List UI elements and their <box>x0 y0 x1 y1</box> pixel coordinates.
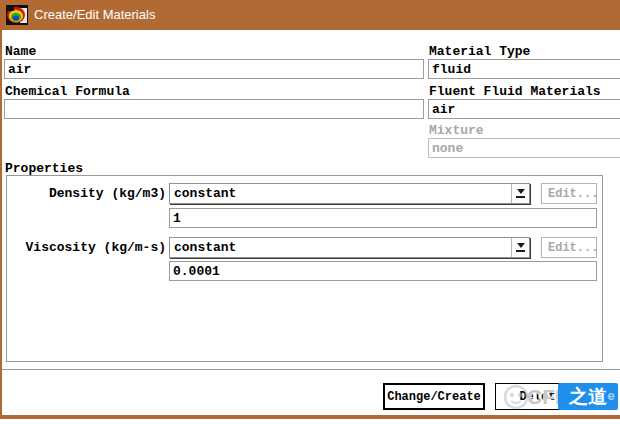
footer-separator <box>2 369 620 371</box>
chemical-formula-input[interactable] <box>4 99 424 119</box>
delete-button[interactable]: Delete <box>495 383 587 410</box>
chemical-formula-label: Chemical Formula <box>5 84 130 99</box>
viscosity-value-input[interactable] <box>169 261 597 281</box>
properties-section-label: Properties <box>5 161 83 176</box>
mixture-label: Mixture <box>429 123 484 138</box>
viscosity-method-value: constant <box>170 240 511 255</box>
viscosity-edit-button[interactable]: Edit... <box>541 237 597 258</box>
material-type-label: Material Type <box>429 44 530 59</box>
material-type-input[interactable] <box>428 59 620 79</box>
chevron-down-icon[interactable] <box>511 184 529 203</box>
density-edit-button[interactable]: Edit... <box>541 183 597 204</box>
density-method-value: constant <box>170 186 511 201</box>
window-border-bottom <box>0 415 620 419</box>
window-title: Create/Edit Materials <box>34 0 155 30</box>
viscosity-label: Viscosity (kg/m-s) <box>4 237 166 258</box>
density-label: Density (kg/m3) <box>4 183 166 204</box>
fluent-fluid-materials-label: Fluent Fluid Materials <box>429 84 601 99</box>
change-create-button[interactable]: Change/Create <box>383 383 485 410</box>
fluent-fluid-materials-input[interactable] <box>428 99 620 119</box>
density-value-input[interactable] <box>169 208 597 228</box>
density-method-dropdown[interactable]: constant <box>169 183 530 204</box>
viscosity-method-dropdown[interactable]: constant <box>169 237 530 258</box>
watermark-overlapped-letter: e <box>607 389 615 404</box>
name-label: Name <box>5 44 36 59</box>
window-border-left <box>0 30 2 419</box>
name-input[interactable] <box>4 59 424 79</box>
fluent-logo-icon <box>6 5 28 25</box>
chevron-down-icon[interactable] <box>511 238 529 257</box>
mixture-input <box>428 138 620 158</box>
title-bar[interactable]: Create/Edit Materials <box>0 0 620 30</box>
